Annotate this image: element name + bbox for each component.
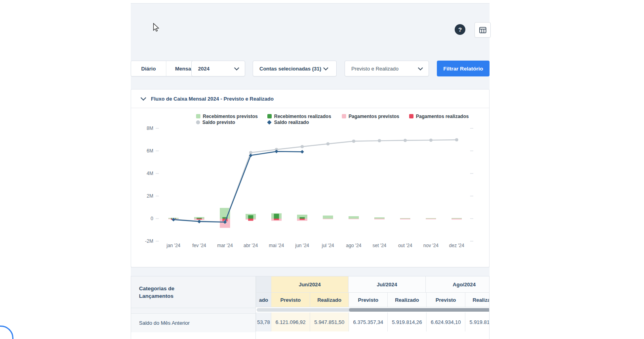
table-group-header-row: Jun/2024Jul/2024Ago/2024: [256, 276, 489, 293]
period-toggle-diario[interactable]: Diário: [131, 61, 166, 76]
svg-text:mar '24: mar '24: [217, 243, 233, 248]
chart-legend: Recebimentos previstosRecebimentos reali…: [196, 113, 469, 125]
horizontal-scrollbar-track[interactable]: [257, 308, 488, 312]
table-subheader: Previsto: [426, 293, 465, 307]
accounts-select[interactable]: Contas selecionadas (31): [253, 61, 337, 76]
categories-table: Categorias de Lançamentos Saldo do Mês A…: [131, 276, 490, 339]
table-view-button[interactable]: [474, 22, 491, 38]
table-row-label: Saldo do Mês Anterior: [131, 313, 255, 332]
legend-square-icon: [267, 114, 272, 118]
svg-text:abr '24: abr '24: [244, 243, 258, 248]
table-frozen-column: Categorias de Lançamentos Saldo do Mês A…: [131, 276, 256, 339]
table-first-col-header: Categorias de Lançamentos: [131, 276, 255, 308]
table-first-col-gap: [131, 308, 255, 313]
horizontal-scrollbar-thumb[interactable]: [349, 308, 489, 312]
svg-text:6M: 6M: [147, 148, 153, 154]
cashflow-panel: Fluxo de Caixa Mensal 2024 - Previsto e …: [131, 89, 490, 267]
legend-label: Recebimentos previstos: [203, 114, 258, 119]
legend-circle-icon: [196, 120, 200, 124]
cashflow-panel-header: Fluxo de Caixa Mensal 2024 - Previsto e …: [131, 90, 489, 108]
collapse-chart-button[interactable]: [141, 95, 146, 101]
filter-report-button[interactable]: Filtrar Relatório: [437, 61, 490, 76]
year-select-value: 2024: [192, 66, 210, 72]
legend-square-icon: [196, 114, 200, 118]
legend-label: Pagamentos previstos: [349, 114, 399, 119]
table-group-header: Jul/2024: [348, 276, 425, 293]
legend-square-icon: [342, 114, 346, 118]
table-cell: 5.947.851,50: [310, 312, 349, 331]
table-group-header: Jun/2024: [271, 276, 348, 293]
legend-diamond-icon: [267, 120, 271, 124]
mode-select[interactable]: Previsto e Realizado: [345, 61, 429, 76]
svg-text:jun '24: jun '24: [295, 243, 309, 248]
svg-text:-2M: -2M: [145, 238, 153, 244]
table-subheader-partial: ado: [256, 293, 271, 307]
svg-text:2M: 2M: [147, 193, 153, 199]
mode-select-value: Previsto e Realizado: [345, 66, 398, 72]
svg-text:fev '24: fev '24: [192, 243, 206, 248]
table-subheader-row: adoPrevistoRealizadoPrevistoRealizadoPre…: [256, 293, 489, 307]
svg-text:set '24: set '24: [373, 243, 387, 248]
svg-text:4M: 4M: [147, 171, 153, 176]
page: ? Diário Mensal 2024 Contas selecionadas…: [0, 0, 644, 339]
accounts-select-value: Contas selecionadas (31): [253, 66, 321, 72]
legend-label: Pagamentos realizados: [416, 114, 469, 119]
legend-item[interactable]: Recebimentos realizados: [267, 113, 342, 119]
table-subheader: Previsto: [349, 293, 387, 307]
svg-text:jul '24: jul '24: [322, 243, 334, 248]
table-subheader: Previsto: [271, 293, 310, 307]
chevron-down-icon: [234, 65, 239, 70]
floating-action-button-partial[interactable]: [0, 326, 13, 339]
cashflow-chart: 8M6M4M2M0-2Mjan '24fev '24mar '24abr '24…: [131, 124, 489, 253]
chevron-down-icon: [323, 65, 328, 70]
chart-title: Fluxo de Caixa Mensal 2024 - Previsto e …: [151, 96, 274, 102]
legend-square-icon: [409, 114, 413, 118]
table-cell: 6.375.357,34: [349, 312, 387, 331]
svg-text:dez '24: dez '24: [449, 243, 465, 248]
table-group-header-partial: [256, 276, 271, 293]
table-scrollbar-band: [256, 307, 489, 312]
chevron-down-icon: [418, 65, 423, 70]
content-area: ? Diário Mensal 2024 Contas selecionadas…: [131, 3, 490, 339]
help-question-icon: ?: [458, 26, 462, 33]
table-subheader: Realizado: [387, 293, 426, 307]
svg-text:0: 0: [151, 216, 153, 221]
table-data-row: 53,786.121.096,925.947.851,506.375.357,3…: [256, 312, 489, 331]
table-cell: 5.919.814,26: [387, 312, 426, 331]
table-subheader: Realizado: [310, 293, 349, 307]
svg-text:nov '24: nov '24: [423, 243, 439, 248]
table-first-col-header-line2: Lançamentos: [139, 292, 255, 300]
svg-text:mai '24: mai '24: [269, 243, 284, 248]
table-scroll-area: Jun/2024Jul/2024Ago/2024 adoPrevistoReal…: [256, 276, 489, 339]
legend-item[interactable]: Recebimentos previstos: [196, 113, 267, 119]
table-cell: 5.919.814,26: [465, 312, 489, 331]
table-cell: 6.624.934,10: [426, 312, 465, 331]
table-cell-partial: 53,78: [256, 312, 271, 331]
legend-item[interactable]: Pagamentos realizados: [409, 113, 469, 119]
svg-text:jan '24: jan '24: [166, 243, 181, 248]
legend-item[interactable]: Pagamentos previstos: [342, 113, 409, 119]
help-button[interactable]: ?: [455, 24, 465, 35]
svg-text:out '24: out '24: [398, 243, 412, 248]
svg-text:ago '24: ago '24: [346, 243, 362, 248]
table-first-col-header-line1: Categorias de: [139, 285, 255, 292]
table-subheader: Realizado: [465, 293, 489, 307]
table-group-header: Ago/2024: [425, 276, 489, 293]
legend-label: Recebimentos realizados: [274, 114, 331, 119]
year-select[interactable]: 2024: [191, 61, 245, 76]
table-cell: 6.121.096,92: [271, 312, 310, 331]
svg-text:8M: 8M: [147, 126, 153, 131]
table-icon: [479, 27, 486, 33]
